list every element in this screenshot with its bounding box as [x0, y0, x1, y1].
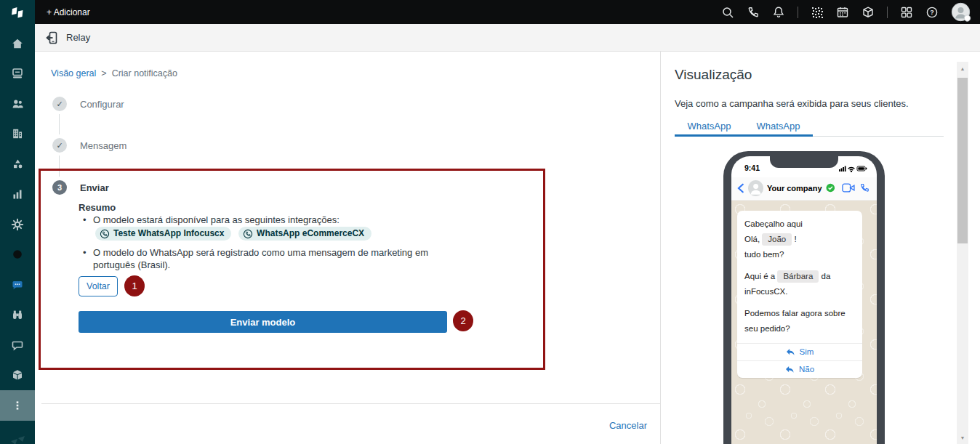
summary-item-text: O modelo do WhatsApp será registrado com… — [93, 247, 428, 270]
whatsapp-chat-header: Your company — [731, 177, 877, 201]
objects-icon — [11, 158, 24, 171]
quick-reply-no[interactable]: Não — [737, 360, 862, 378]
settings-icon — [11, 218, 24, 231]
status-time: 9:41 — [744, 164, 760, 172]
tab-whatsapp-2[interactable]: WhatsApp — [744, 121, 813, 135]
step-connector — [59, 114, 60, 134]
integration-badge: WhatsApp eCommerceCX — [238, 227, 371, 241]
step-connector — [59, 156, 60, 177]
sidebar-item-customers[interactable] — [0, 89, 35, 119]
brand-mark-icon — [9, 429, 26, 444]
scrollbar-thumb[interactable] — [957, 78, 968, 243]
sidebar-item-objects[interactable] — [0, 149, 35, 179]
breadcrumb-current: Criar notificação — [112, 68, 177, 78]
app-header: Relay — [35, 24, 980, 52]
scroll-down-arrow[interactable]: ▼ — [957, 432, 968, 443]
voice-call-icon[interactable] — [859, 182, 870, 193]
quick-reply-yes[interactable]: Sim — [737, 344, 862, 360]
sidebar-item-home[interactable] — [0, 28, 35, 59]
help-icon[interactable]: ? — [925, 6, 939, 19]
phone-icon[interactable] — [747, 6, 760, 19]
user-avatar[interactable] — [951, 2, 971, 23]
sidebar-item-messaging[interactable] — [0, 270, 35, 300]
sidebar-item-tickets[interactable] — [0, 59, 35, 89]
step-label: Configurar — [80, 99, 124, 110]
topbar-separator — [798, 7, 798, 18]
integration-badge: Teste WhatsApp Infocuscx — [95, 227, 231, 241]
chat-bubble-icon — [11, 339, 24, 352]
customers-icon — [11, 97, 24, 110]
intro-post: da — [822, 272, 831, 280]
preview-scrollbar[interactable]: ▲ ▼ — [957, 62, 968, 444]
cancel-link[interactable]: Cancelar — [574, 420, 647, 431]
sidebar-item-organizations[interactable] — [0, 119, 35, 150]
contact-name: Your company — [767, 184, 822, 193]
tickets-icon — [11, 67, 24, 80]
sidebar-item-analytics[interactable] — [0, 179, 35, 210]
annotation-marker-1: 1 — [124, 275, 145, 296]
video-call-icon[interactable] — [842, 183, 855, 193]
svg-text:?: ? — [930, 9, 934, 16]
reply-label: Não — [799, 362, 814, 377]
message-paragraph: Aqui é a Bárbara da inFocusCX. — [744, 269, 855, 299]
scroll-up-arrow[interactable]: ▲ — [957, 63, 968, 73]
topbar-actions: ? — [721, 2, 980, 23]
step-configurar: ✓ Configurar — [52, 97, 124, 111]
step-check-circle: ✓ — [52, 138, 67, 153]
agent-variable-chip: Bárbara — [777, 270, 819, 283]
annotation-marker-2: 2 — [453, 310, 473, 331]
sidebar-item-more[interactable] — [0, 390, 35, 421]
footer-divider — [41, 403, 660, 404]
preview-tabs: WhatsApp WhatsApp — [675, 121, 944, 137]
step-check-circle: ✓ — [52, 97, 67, 111]
summary-item-language: O modelo do WhatsApp será registrado com… — [79, 246, 431, 271]
phone-mockup: 9:41 Your company — [723, 151, 885, 444]
relay-app-icon — [45, 31, 60, 45]
sidebar-item-products[interactable] — [0, 360, 35, 391]
breadcrumb: Visão geral > Criar notificação — [51, 68, 177, 78]
back-chevron-icon[interactable] — [737, 183, 744, 193]
sidebar-item-settings[interactable] — [0, 209, 35, 240]
whatsapp-icon — [100, 229, 110, 239]
intro-text: Aqui é a — [744, 272, 775, 280]
sidebar-item-search-tools[interactable] — [0, 300, 35, 331]
app-dot-icon — [11, 248, 24, 261]
status-icons — [839, 164, 868, 172]
breadcrumb-link-overview[interactable]: Visão geral — [51, 68, 96, 78]
message-header: Cabeçalho aqui — [744, 219, 803, 228]
bell-icon[interactable] — [772, 6, 785, 19]
calendar-icon[interactable] — [836, 6, 849, 19]
step-number-circle: 3 — [52, 180, 67, 195]
apps-grid-icon[interactable] — [900, 6, 913, 19]
binoculars-icon — [11, 308, 24, 321]
left-sidebar — [0, 24, 35, 444]
greeting-punct: ! — [794, 235, 796, 243]
person-icon — [748, 180, 763, 196]
search-icon[interactable] — [721, 6, 734, 19]
zendesk-logo[interactable] — [0, 0, 35, 24]
products-cube-icon — [11, 368, 24, 382]
sidebar-brand — [0, 424, 35, 444]
phone-screen: 9:41 Your company — [731, 156, 877, 444]
tab-whatsapp-1[interactable]: WhatsApp — [675, 121, 744, 135]
back-button[interactable]: Voltar — [79, 276, 118, 296]
reply-label: Sim — [800, 344, 814, 360]
company-name: inFocusCX. — [744, 287, 787, 296]
message-bubble: Cabeçalho aqui Olá, João ! tudo bem? Aqu… — [737, 211, 862, 378]
dots-pattern-icon[interactable] — [811, 6, 824, 19]
message-paragraph: Cabeçalho aqui Olá, João ! tudo bem? — [744, 217, 855, 262]
top-navigation-bar: + Adicionar — [0, 0, 980, 24]
sidebar-item-app-dot[interactable] — [0, 240, 35, 270]
analytics-icon — [11, 187, 24, 201]
home-icon — [11, 37, 24, 50]
integration-badge-label: WhatsApp eCommerceCX — [257, 227, 364, 240]
check-icon: ✓ — [56, 141, 63, 150]
submit-template-button[interactable]: Enviar modelo — [79, 311, 447, 333]
sidebar-item-chat[interactable] — [0, 330, 35, 360]
reply-arrow-icon — [786, 348, 795, 356]
add-tab[interactable]: + Adicionar — [47, 7, 90, 17]
summary-list: O modelo estará disponível para as segui… — [79, 214, 431, 276]
check-icon: ✓ — [56, 100, 63, 109]
product-box-icon[interactable] — [861, 6, 875, 19]
step-label: Mensagem — [80, 140, 126, 151]
